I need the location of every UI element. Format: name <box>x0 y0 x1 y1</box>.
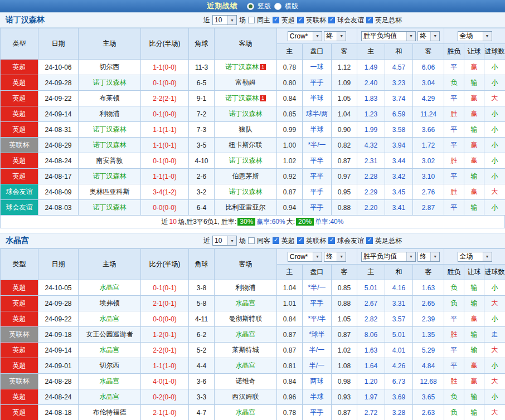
asia-away-odds: 1.12 <box>332 60 357 75</box>
team-name[interactable]: 布莱顿 <box>100 94 120 102</box>
team-name[interactable]: 莱斯特城 <box>232 346 259 354</box>
league-checkbox-epl[interactable] <box>273 237 279 244</box>
team-name[interactable]: 诺丁汉森林 <box>93 203 127 211</box>
match-count-select[interactable]: 10▼ <box>212 15 237 25</box>
euro-home-odds: 1.49 <box>357 60 385 75</box>
scope-select[interactable]: 全场▼ <box>458 31 492 41</box>
euro-home-odds: 2.29 <box>357 184 385 200</box>
match-date: 24-08-17 <box>38 169 79 184</box>
team-name[interactable]: 诺丁汉森林 <box>225 63 259 71</box>
match-type: 英联杯 <box>1 327 38 343</box>
league-checkbox-facup[interactable] <box>366 237 373 244</box>
team-name[interactable]: 诺丁汉森林 <box>225 94 259 102</box>
team-name[interactable]: 利物浦 <box>236 284 256 291</box>
col-euro-away: 客 <box>413 44 444 60</box>
odds-source-select[interactable]: Crow*▼ <box>288 31 322 41</box>
league-checkbox-epl[interactable] <box>273 17 279 23</box>
team-name[interactable]: 诺丁汉森林 <box>93 172 127 180</box>
league-label-facup[interactable]: 英足总杯 <box>375 236 402 246</box>
league-label-facup[interactable]: 英足总杯 <box>375 16 402 25</box>
scope-select[interactable]: 全场▼ <box>458 252 492 262</box>
team-name[interactable]: 纽卡斯尔联 <box>229 141 263 149</box>
team-name[interactable]: 水晶宫 <box>100 393 120 401</box>
team-name[interactable]: 水晶宫 <box>100 377 120 385</box>
team-name[interactable]: 比利亚雷亚尔 <box>226 203 266 211</box>
league-checkbox-facup[interactable] <box>366 17 373 23</box>
team-name[interactable]: 水晶宫 <box>100 284 120 291</box>
same-venue-checkbox[interactable] <box>248 237 255 244</box>
match-type: 英超 <box>1 91 38 106</box>
match-count-select[interactable]: 10▼ <box>212 236 237 246</box>
team-name[interactable]: 奥林匹亚科斯 <box>90 188 130 196</box>
league-label-epl[interactable]: 英超 <box>281 236 295 246</box>
result-goals: 小 <box>484 153 505 169</box>
layout-label-vertical[interactable]: 竖版 <box>258 2 271 11</box>
team-name[interactable]: 富勒姆 <box>236 79 256 86</box>
away-team: 水晶宫 <box>215 358 277 374</box>
home-team: 切尔西 <box>79 60 141 75</box>
away-team: 富勒姆 <box>215 75 277 91</box>
asia-handicap: *球半 <box>303 327 332 343</box>
league-label-friendly[interactable]: 球会友谊 <box>337 16 364 25</box>
match-date: 24-09-14 <box>38 106 79 122</box>
team-name[interactable]: 水晶宫 <box>100 315 120 323</box>
odds-stage-select[interactable]: 终▼ <box>324 31 346 41</box>
layout-label-horizontal[interactable]: 横版 <box>285 2 298 11</box>
odds-source-select[interactable]: Crow*▼ <box>288 252 322 262</box>
team-name[interactable]: 女王公园巡游者 <box>86 330 133 338</box>
team-name[interactable]: 水晶宫 <box>236 408 256 416</box>
team-name[interactable]: 诺丁汉森林 <box>93 141 127 149</box>
team-name[interactable]: 诺丁汉森林 <box>229 188 263 196</box>
euro-away-odds: 2.65 <box>413 296 444 311</box>
team-name[interactable]: 水晶宫 <box>236 299 256 307</box>
match-count-value: 10 <box>215 16 222 24</box>
odds-stage-select[interactable]: 终▼ <box>324 252 346 262</box>
team-name[interactable]: 切尔西 <box>100 362 120 369</box>
league-label-friendly[interactable]: 球会友谊 <box>337 236 364 246</box>
matches-table-body: 英超24-10-05水晶宫0-1(0-1)3-8利物浦1.04*半/一0.855… <box>1 280 505 420</box>
team-name[interactable]: 诺丁汉森林 <box>229 157 263 164</box>
team-name[interactable]: 曼彻斯特联 <box>229 315 263 323</box>
layout-radio-vertical[interactable] <box>247 3 254 10</box>
team-name[interactable]: 水晶宫 <box>236 362 256 369</box>
league-label-eflcup[interactable]: 英联杯 <box>306 16 326 25</box>
match-row: 英超24-08-18布伦特福德2-1(1-0)4-7水晶宫0.78平手0.872… <box>1 405 505 420</box>
league-checkbox-eflcup[interactable] <box>297 237 304 244</box>
team-name[interactable]: 布伦特福德 <box>93 408 127 416</box>
same-venue-checkbox[interactable] <box>248 17 255 23</box>
result-goals: 走 <box>484 327 505 343</box>
league-label-eflcup[interactable]: 英联杯 <box>306 236 326 246</box>
team-name[interactable]: 切尔西 <box>100 63 120 71</box>
euro-source-select[interactable]: 胜平负均值▼ <box>361 252 416 262</box>
team-name[interactable]: 诺丁汉森林 <box>93 79 127 86</box>
team-name[interactable]: 水晶宫 <box>236 330 256 338</box>
league-checkbox-friendly[interactable] <box>328 17 335 23</box>
euro-source-select[interactable]: 胜平负均值▼ <box>361 31 416 41</box>
match-count-value: 10 <box>215 237 222 245</box>
team-name[interactable]: 诺维奇 <box>236 377 256 385</box>
games-label: 场 <box>239 16 246 25</box>
team-name[interactable]: 诺丁汉森林 <box>93 125 127 133</box>
team-name[interactable]: 伯恩茅斯 <box>232 172 259 180</box>
team-name[interactable]: 南安普敦 <box>96 157 123 164</box>
league-checkbox-friendly[interactable] <box>328 237 335 244</box>
team-name[interactable]: 水晶宫 <box>100 346 120 354</box>
layout-radio-horizontal[interactable] <box>274 3 281 10</box>
result-handicap: 赢 <box>464 91 484 106</box>
away-team: 曼彻斯特联 <box>215 311 277 327</box>
same-venue-label[interactable]: 同主 <box>257 16 270 25</box>
asia-home-odds: 0.92 <box>277 169 303 184</box>
result-goals: 小 <box>484 60 505 75</box>
euro-stage-select[interactable]: 终▼ <box>417 31 440 41</box>
result-goals: 小 <box>484 358 505 374</box>
league-checkbox-eflcup[interactable] <box>297 17 304 23</box>
team-name[interactable]: 利物浦 <box>100 110 120 118</box>
same-venue-label[interactable]: 同客 <box>257 236 270 246</box>
team-name[interactable]: 狼队 <box>239 125 252 133</box>
team-name[interactable]: 西汉姆联 <box>232 393 259 401</box>
team-name[interactable]: 埃弗顿 <box>100 299 120 307</box>
asia-home-odds: 0.96 <box>277 389 303 405</box>
team-name[interactable]: 诺丁汉森林 <box>229 110 263 118</box>
league-label-epl[interactable]: 英超 <box>281 16 295 25</box>
euro-stage-select[interactable]: 终▼ <box>417 252 440 262</box>
